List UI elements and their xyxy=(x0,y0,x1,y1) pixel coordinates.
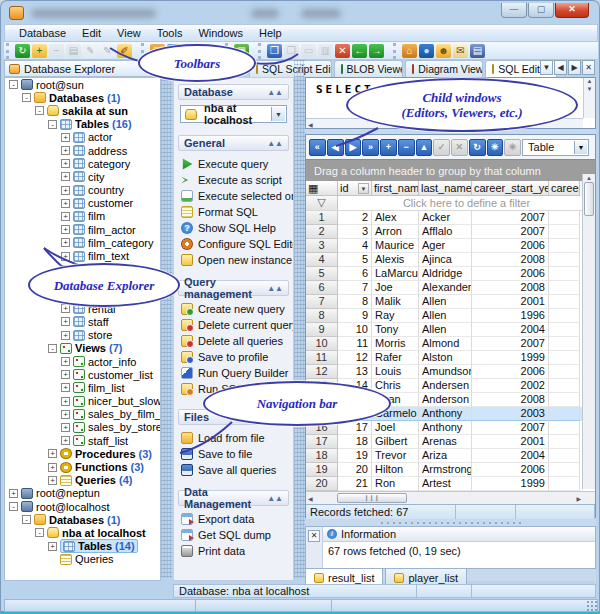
grid-cell[interactable]: 18 xyxy=(338,435,372,449)
tree-item-customer[interactable]: +customer xyxy=(5,197,160,210)
tab-scroll-right-button[interactable]: ▶ xyxy=(568,60,581,75)
tree-item-address[interactable]: +address xyxy=(5,144,160,157)
grid-cell[interactable]: Gilbert xyxy=(372,435,419,449)
row-number-cell[interactable]: 17 xyxy=(306,435,338,449)
grid-cell[interactable]: Acker xyxy=(419,211,472,225)
tree-item-actor-info[interactable]: +actor_info xyxy=(5,355,160,368)
tree-item-queries[interactable]: +Queries(4) xyxy=(5,474,160,487)
tree-item-store[interactable]: +store xyxy=(5,329,160,342)
insert-record-button[interactable]: + xyxy=(380,139,397,156)
grid-row-18[interactable]: 1819TrevorAriza2004 xyxy=(306,449,595,463)
grid-vscroll-thumb[interactable] xyxy=(584,182,594,216)
tab-scroll-left-button[interactable]: ◀ xyxy=(554,60,567,75)
grid-cell[interactable]: Ajinca xyxy=(419,253,472,267)
grid-cell[interactable] xyxy=(549,407,580,421)
close-button[interactable]: ✕ xyxy=(555,3,589,18)
grid-cell[interactable]: Aldridge xyxy=(419,267,472,281)
grid-cell[interactable] xyxy=(549,323,580,337)
register-database-icon[interactable]: + xyxy=(32,44,47,58)
grid-cell[interactable]: Almond xyxy=(419,337,472,351)
filter-hint[interactable]: Click here to define a filter xyxy=(338,196,595,210)
collapse-icon[interactable]: - xyxy=(22,515,31,524)
grid-cell[interactable]: 2007 xyxy=(472,337,549,351)
grid-cell[interactable]: Arenas xyxy=(419,435,472,449)
expand-icon[interactable]: + xyxy=(48,476,57,485)
explorer-splitter[interactable] xyxy=(161,60,172,578)
expand-icon[interactable]: + xyxy=(61,397,70,406)
row-number-cell[interactable]: 10 xyxy=(306,337,338,351)
grid-cell[interactable] xyxy=(549,239,580,253)
grid-cell[interactable]: Malik xyxy=(372,295,419,309)
grid-cell[interactable] xyxy=(549,295,580,309)
grid-row-11[interactable]: 1112RaferAlston1999 xyxy=(306,351,595,365)
nav-item-get-sql-dump[interactable]: Get SQL dump xyxy=(181,527,289,543)
grid-cell[interactable]: Anderson xyxy=(419,393,472,407)
expand-icon[interactable]: + xyxy=(9,489,18,498)
grid-cell[interactable] xyxy=(549,463,580,477)
group-by-panel[interactable]: Drag a column header to group by that co… xyxy=(306,159,595,181)
last-record-button[interactable]: » xyxy=(362,139,379,156)
purchase-icon[interactable]: ▤ xyxy=(470,44,485,58)
grid-cell[interactable]: 1999 xyxy=(472,477,549,491)
grid-cell[interactable]: Joe xyxy=(372,281,419,295)
nav-item-save-to-file[interactable]: Save to file xyxy=(181,446,289,462)
tree-item-tables[interactable]: +Tables(14) xyxy=(5,540,160,553)
row-number-cell[interactable]: 20 xyxy=(306,477,338,491)
tree-item-nba-at-localhost[interactable]: -nba at localhost xyxy=(5,526,160,539)
grid-cell[interactable]: 2006 xyxy=(472,267,549,281)
users-icon[interactable]: ☻ xyxy=(436,44,451,58)
prior-record-button[interactable]: ◀ xyxy=(327,139,344,156)
tree-item-staff[interactable]: +staff xyxy=(5,315,160,328)
grid-cell[interactable] xyxy=(549,337,580,351)
grid-cell[interactable]: Alexander xyxy=(419,281,472,295)
grid-row-6[interactable]: 67JoeAlexander2008 xyxy=(306,281,595,295)
grid-cell[interactable] xyxy=(549,477,580,491)
grid-cell[interactable]: Allen xyxy=(419,323,472,337)
grid-cell[interactable]: Amundson xyxy=(419,365,472,379)
row-selector-header[interactable]: ▦ xyxy=(306,181,338,196)
expand-icon[interactable]: + xyxy=(48,449,57,458)
expand-icon[interactable]: + xyxy=(48,542,57,551)
grid-cell[interactable]: Artest xyxy=(419,477,472,491)
grid-cell[interactable]: Hilton xyxy=(372,463,419,477)
grid-cell[interactable] xyxy=(549,435,580,449)
grid-row-4[interactable]: 45AlexisAjinca2008 xyxy=(306,253,595,267)
grid-row-20[interactable]: 2021RonArtest1999 xyxy=(306,477,595,491)
tree-item-customer-list[interactable]: +customer_list xyxy=(5,368,160,381)
grid-cell[interactable]: 9 xyxy=(338,309,372,323)
menu-edit[interactable]: Edit xyxy=(74,25,109,41)
row-number-cell[interactable]: 7 xyxy=(306,295,338,309)
grid-row-19[interactable]: 1920HiltonArmstrong2006 xyxy=(306,463,595,477)
tree-item-film-actor[interactable]: +film_actor xyxy=(5,223,160,236)
grid-cell[interactable]: 13 xyxy=(338,365,372,379)
grid-cell[interactable]: 2008 xyxy=(472,281,549,295)
edit-record-button[interactable]: ▲ xyxy=(416,139,433,156)
forward-icon[interactable]: → xyxy=(369,44,384,58)
collapse-chevron-icon[interactable]: ▲▲ xyxy=(267,88,283,97)
grid-hscroll-thumb[interactable]: ❙❙❙ xyxy=(337,493,407,503)
tab-blob-viewer[interactable]: BLOB Viewer xyxy=(334,60,404,77)
grid-cell[interactable]: Ariza xyxy=(419,449,472,463)
maximize-button[interactable]: ▢ xyxy=(528,3,554,18)
grid-cell[interactable]: 2006 xyxy=(472,463,549,477)
grid-cell[interactable]: 4 xyxy=(338,239,372,253)
navbar-splitter[interactable] xyxy=(294,60,305,578)
column-header-career[interactable]: career_ xyxy=(549,181,580,196)
column-filter-dropdown-icon[interactable]: ▼ xyxy=(358,183,369,194)
grid-row-9[interactable]: 910TonyAllen2004 xyxy=(306,323,595,337)
nav-item-execute-as-script[interactable]: Execute as script xyxy=(181,172,289,188)
collapse-icon[interactable]: - xyxy=(35,106,44,115)
grid-row-2[interactable]: 23ArronAfflalo2007 xyxy=(306,225,595,239)
tree-item-country[interactable]: +country xyxy=(5,184,160,197)
grid-cell[interactable] xyxy=(549,421,580,435)
grid-cell[interactable]: 8 xyxy=(338,295,372,309)
expand-icon[interactable]: + xyxy=(61,331,70,340)
tree-item-tables[interactable]: -Tables(16) xyxy=(5,118,160,131)
grid-cell[interactable]: 6 xyxy=(338,267,372,281)
row-number-cell[interactable]: 9 xyxy=(306,323,338,337)
tree-item-city[interactable]: +city xyxy=(5,170,160,183)
grid-cell[interactable]: Allen xyxy=(419,295,472,309)
nav-item-show-sql-help[interactable]: ?Show SQL Help xyxy=(181,220,289,236)
nav-item-print-data[interactable]: Print data xyxy=(181,543,289,559)
tree-item-category[interactable]: +category xyxy=(5,157,160,170)
